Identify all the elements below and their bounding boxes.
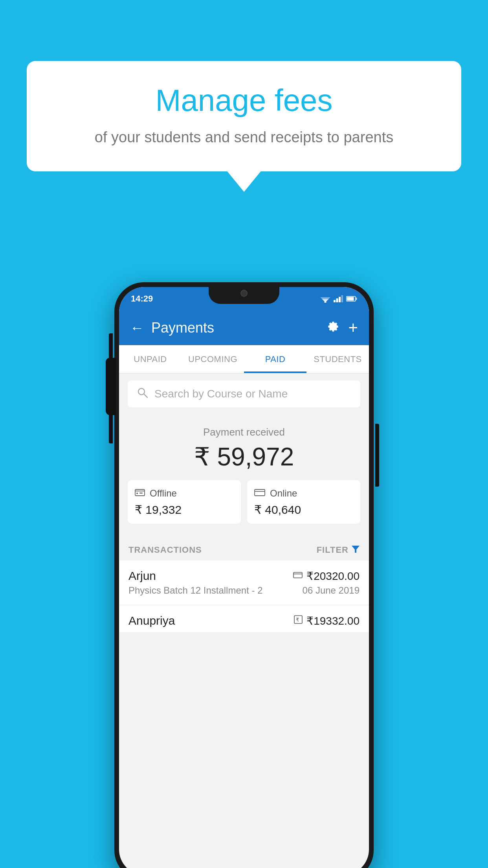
transaction-list: Arjun ₹20320.00 Physics (119, 561, 369, 632)
transactions-header: TRANSACTIONS FILTER (119, 536, 369, 561)
status-time: 14:29 (131, 294, 153, 304)
offline-label: Offline (150, 488, 177, 499)
table-row[interactable]: Arjun ₹20320.00 Physics (119, 561, 369, 605)
svg-point-14 (136, 493, 138, 494)
payment-total-amount: ₹ 59,972 (128, 442, 360, 471)
payment-received-label: Payment received (128, 426, 360, 438)
transaction-name: Anupriya (128, 614, 175, 627)
app-header: ← Payments + (119, 311, 369, 345)
status-icons (320, 295, 357, 303)
search-container: Search by Course or Name (119, 373, 369, 414)
svg-rect-10 (347, 297, 354, 301)
svg-line-12 (144, 394, 148, 397)
phone-screen: 14:29 (119, 287, 369, 868)
payment-type-icon (293, 571, 303, 581)
phone-notch (209, 282, 279, 304)
tabs-bar: UNPAID UPCOMING PAID STUDENTS (119, 345, 369, 373)
offline-card-top: Offline (135, 488, 234, 499)
payment-summary: Payment received ₹ 59,972 (119, 414, 369, 536)
transactions-label: TRANSACTIONS (128, 545, 202, 555)
svg-marker-17 (352, 546, 360, 553)
filter-icon (352, 546, 360, 555)
table-row[interactable]: Anupriya ₹ ₹19332.00 (119, 605, 369, 632)
wifi-icon (320, 295, 330, 303)
svg-rect-9 (356, 298, 357, 300)
header-left: ← Payments (130, 320, 214, 336)
online-amount: ₹ 40,640 (254, 503, 353, 517)
back-button[interactable]: ← (130, 320, 144, 336)
online-label: Online (270, 488, 297, 499)
phone-outer: 14:29 (114, 282, 374, 868)
offline-icon (135, 488, 145, 499)
transaction-top: Arjun ₹20320.00 (128, 569, 360, 583)
camera-dot (240, 290, 248, 297)
payment-cards: Offline ₹ 19,332 (128, 480, 360, 524)
online-card-top: Online (254, 488, 353, 499)
svg-text:₹: ₹ (296, 617, 299, 623)
tab-upcoming[interactable]: UPCOMING (182, 345, 244, 373)
search-bar[interactable]: Search by Course or Name (128, 381, 360, 407)
svg-rect-16 (255, 489, 265, 496)
transaction-name: Arjun (128, 569, 156, 583)
header-right: + (325, 318, 358, 337)
speech-bubble-container: Manage fees of your students and send re… (27, 61, 461, 171)
svg-rect-7 (341, 295, 343, 302)
online-payment-card: Online ₹ 40,640 (247, 480, 360, 524)
offline-payment-card: Offline ₹ 19,332 (128, 480, 241, 524)
battery-icon (346, 296, 357, 302)
add-button[interactable]: + (348, 318, 358, 337)
search-placeholder: Search by Course or Name (154, 388, 288, 400)
svg-rect-15 (139, 493, 143, 494)
tab-paid[interactable]: PAID (244, 345, 306, 373)
header-title: Payments (151, 320, 214, 336)
transaction-amount: ₹20320.00 (306, 570, 360, 583)
search-icon (137, 387, 148, 401)
svg-rect-6 (339, 297, 341, 302)
tab-unpaid[interactable]: UNPAID (119, 345, 182, 373)
online-icon (254, 488, 265, 499)
transaction-amount: ₹19332.00 (306, 614, 360, 627)
transaction-top: Anupriya ₹ ₹19332.00 (128, 614, 360, 627)
tab-students[interactable]: STUDENTS (306, 345, 369, 373)
payment-type-icon: ₹ (294, 615, 303, 626)
svg-rect-4 (334, 300, 336, 302)
transaction-course: Physics Batch 12 Installment - 2 (128, 585, 262, 596)
filter-button[interactable]: FILTER (317, 545, 360, 555)
bubble-title: Manage fees (50, 83, 438, 118)
transaction-right: ₹ ₹19332.00 (294, 614, 360, 627)
bubble-subtitle: of your students and send receipts to pa… (50, 127, 438, 148)
phone-frame: 14:29 (114, 282, 374, 868)
svg-point-11 (138, 388, 145, 395)
transaction-date: 06 June 2019 (303, 585, 360, 596)
offline-amount: ₹ 19,332 (135, 503, 234, 517)
settings-icon[interactable] (325, 319, 339, 337)
speech-bubble: Manage fees of your students and send re… (27, 61, 461, 171)
signal-icon (334, 295, 343, 302)
transaction-right: ₹20320.00 (293, 570, 360, 583)
svg-rect-5 (336, 298, 338, 302)
transaction-bottom: Physics Batch 12 Installment - 2 06 June… (128, 585, 360, 596)
svg-rect-18 (294, 572, 302, 578)
